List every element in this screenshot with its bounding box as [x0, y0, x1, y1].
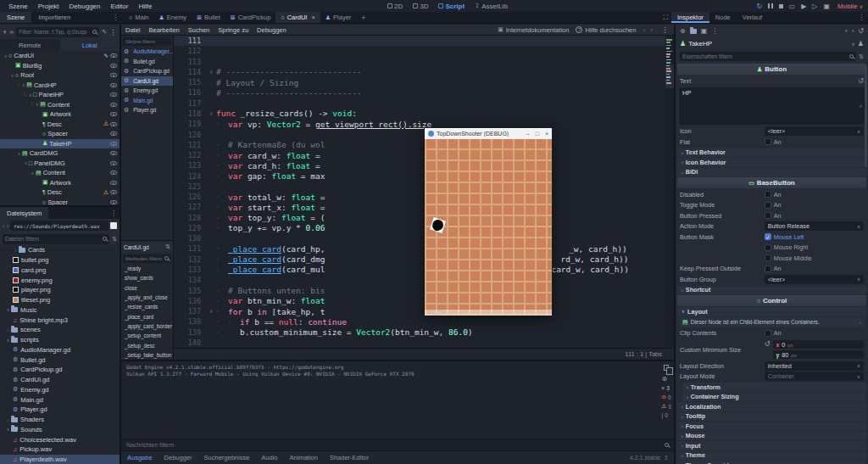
- scene-filter-input[interactable]: [19, 29, 91, 35]
- category-localization[interactable]: ›Localization: [677, 402, 866, 411]
- dropdown[interactable]: <leer>∨: [765, 275, 864, 284]
- scene-node-desc[interactable]: ¶Desc⚠: [0, 187, 120, 198]
- script-item-cardpickup-gd[interactable]: ⚙CardPickup.gd: [121, 66, 173, 76]
- bottom-tab-suchergebnisse[interactable]: Suchergebnisse: [198, 451, 256, 464]
- play-custom-scene-icon[interactable]: ▷: [812, 3, 817, 10]
- line-number[interactable]: 124: [174, 172, 206, 181]
- expand-arrow-icon[interactable]: ∨: [3, 53, 8, 59]
- line-number[interactable]: 123: [174, 161, 206, 170]
- method-show-cards[interactable]: show_cards: [121, 273, 173, 282]
- code-line[interactable]: 125: [174, 182, 665, 192]
- new-resource-icon[interactable]: ⊕: [680, 27, 686, 35]
- workspace-3d[interactable]: 3D: [409, 3, 432, 10]
- category-theme-overrides[interactable]: ›Theme Overrides: [677, 461, 866, 464]
- category-layout[interactable]: ∨Layout: [677, 307, 866, 316]
- expand-arrow-icon[interactable]: ∨: [23, 160, 29, 165]
- tab-verlauf[interactable]: Verlauf: [737, 12, 768, 23]
- section-control[interactable]: ○Control: [677, 295, 866, 306]
- expand-arrow-icon[interactable]: ›: [13, 248, 19, 253]
- stop-icon[interactable]: [779, 4, 783, 8]
- file-sounds[interactable]: ∨Sounds: [0, 425, 120, 435]
- visibility-icon[interactable]: [110, 131, 117, 136]
- line-number[interactable]: 113: [174, 58, 206, 66]
- bottom-tab-shader-editor[interactable]: Shader-Editor: [324, 451, 375, 464]
- category-bidi[interactable]: ›BiDi: [677, 168, 866, 177]
- workspace-2d[interactable]: 2D: [383, 3, 407, 10]
- script-item-audiomanager[interactable]: ⚙AudioManager...: [121, 47, 173, 57]
- script-history-back-icon[interactable]: ‹ ›: [643, 26, 654, 34]
- file-player-gd[interactable]: ⚙Player.gd: [0, 405, 120, 415]
- bottom-tab-animation[interactable]: Animation: [284, 451, 324, 464]
- scene-node-cardui[interactable]: ∨○CardUI✎: [0, 51, 120, 61]
- attach-script-icon[interactable]: ✎: [102, 28, 107, 36]
- line-number[interactable]: 132: [174, 255, 206, 264]
- history-icon[interactable]: ↺: [858, 27, 864, 35]
- online-docs-button[interactable]: ▣ Internetdokumentation: [498, 26, 569, 34]
- kebab-icon[interactable]: ⋮: [661, 25, 669, 34]
- dock-tab-importieren[interactable]: Importieren: [31, 12, 77, 23]
- split-mode-icon[interactable]: [110, 222, 117, 229]
- script-menu-springe-zu[interactable]: Springe zu: [214, 26, 253, 34]
- scene-tab-main[interactable]: ○Main: [124, 12, 154, 23]
- dropdown[interactable]: Button Release∨: [765, 221, 864, 231]
- sort-icon[interactable]: ⇅: [112, 236, 117, 243]
- code-line[interactable]: 121»# Kartenmaße (du wol: [174, 140, 665, 150]
- bottom-tab-debugger[interactable]: Debugger: [159, 451, 198, 464]
- visibility-icon[interactable]: [110, 73, 117, 77]
- tab-node[interactable]: Node: [709, 12, 737, 23]
- line-number[interactable]: 129: [174, 224, 206, 232]
- expand-arrow-icon[interactable]: ∨: [16, 151, 22, 156]
- load-resource-icon[interactable]: [690, 29, 697, 34]
- file-shine-bright-mp3[interactable]: ♫Shine bright.mp3: [0, 315, 120, 325]
- category-input[interactable]: ›Input: [677, 441, 866, 450]
- script-item-player-gd[interactable]: ⚙Player.gd: [121, 105, 173, 115]
- warning-icon[interactable]: ⚠: [103, 189, 108, 196]
- script-menu-datei[interactable]: Datei: [121, 26, 145, 34]
- dock-tab-szene[interactable]: Szene: [0, 12, 31, 23]
- filter-warnings-toggle[interactable]: ⚠0: [662, 403, 671, 410]
- file-main-gd[interactable]: ⚙Main.gd: [0, 394, 120, 405]
- scene-node-panelhp[interactable]: └∨□PanelHP: [0, 90, 120, 100]
- scene-node-desc[interactable]: ¶Desc⚠: [0, 120, 120, 130]
- code-line[interactable]: 126»var total_w: float =: [174, 192, 665, 202]
- distraction-free-icon[interactable]: ⛶: [659, 12, 671, 23]
- script-menu-debuggen[interactable]: Debuggen: [253, 26, 291, 34]
- line-number[interactable]: 138: [174, 317, 206, 326]
- category-tooltip[interactable]: ›Tooltip: [677, 412, 866, 422]
- expand-icon[interactable]: »: [857, 102, 864, 109]
- maximize-icon[interactable]: □: [536, 131, 539, 137]
- category-container-sizing[interactable]: ›Container Sizing: [682, 393, 866, 402]
- remote-debug-icon[interactable]: ▭: [789, 3, 796, 10]
- revert-icon[interactable]: ↺: [765, 340, 771, 348]
- line-number[interactable]: 127: [174, 203, 206, 211]
- axis-x-field[interactable]: x0px: [773, 340, 864, 349]
- menu-hilfe[interactable]: Hilfe: [133, 3, 157, 10]
- scene-node-root[interactable]: ∨○Root: [0, 70, 120, 81]
- menu-szene[interactable]: Szene: [3, 3, 33, 10]
- history-back-icon[interactable]: ‹: [845, 27, 848, 35]
- visibility-icon[interactable]: [110, 103, 117, 107]
- visibility-icon[interactable]: [110, 83, 117, 87]
- code-line[interactable]: 119»var vp: Vector2 = get_viewport_rect(…: [174, 119, 665, 129]
- sort-icon[interactable]: ⇅: [165, 243, 170, 250]
- code-line[interactable]: 127»var start_x: float =: [174, 202, 665, 212]
- category-icon-behavior[interactable]: ›Icon Behavior: [677, 158, 866, 167]
- visibility-icon[interactable]: [110, 122, 117, 126]
- scene-node-paneldmg[interactable]: ∨□PanelDMG: [0, 159, 120, 169]
- line-number[interactable]: 111: [174, 36, 206, 45]
- method-place-card[interactable]: _place_card: [121, 312, 173, 321]
- code-line[interactable]: 115# Layout / Sizing: [174, 77, 665, 87]
- code-line[interactable]: 131»_place_card(card_hp, _w, card_h)): [174, 243, 665, 254]
- axis-y-field[interactable]: y80px: [773, 350, 864, 359]
- line-number[interactable]: 133: [174, 266, 206, 274]
- file-tileset-png[interactable]: tileset.png: [0, 295, 120, 305]
- code-line[interactable]: 129»top_y += vp.y * 0.06: [174, 223, 665, 233]
- line-number[interactable]: 121: [174, 141, 206, 149]
- category-shortcut[interactable]: ›Shortcut: [677, 286, 866, 295]
- expand-arrow-icon[interactable]: ∨: [5, 338, 11, 343]
- play-scene-icon[interactable]: ▶: [801, 3, 806, 10]
- filter-errors-toggle[interactable]: ⊘0: [662, 394, 671, 400]
- line-number[interactable]: 122: [174, 151, 206, 159]
- expand-arrow-icon[interactable]: ∨: [27, 92, 33, 98]
- visibility-icon[interactable]: [110, 171, 117, 175]
